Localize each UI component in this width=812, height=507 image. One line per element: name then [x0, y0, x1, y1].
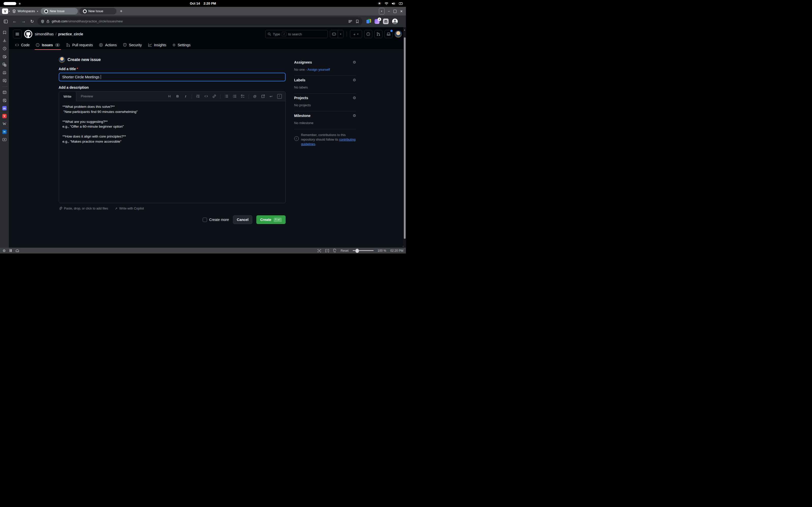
gear-icon[interactable]: ⚙	[353, 96, 356, 100]
history-panel-icon[interactable]	[2, 46, 7, 51]
notes-panel-icon[interactable]	[2, 54, 7, 59]
downloads-panel-icon[interactable]	[2, 38, 7, 43]
create-button[interactable]: Create ^ ↵	[256, 215, 285, 224]
calendar-panel-icon[interactable]	[2, 90, 7, 95]
bookmarks-panel-icon[interactable]	[2, 30, 7, 35]
italic-icon[interactable]: I	[183, 94, 188, 98]
assign-yourself-link[interactable]: Assign yourself	[308, 68, 330, 71]
brightness-icon[interactable]: ☀	[378, 1, 381, 6]
unordered-list-icon[interactable]	[224, 94, 229, 98]
issue-body-textarea[interactable]: **What problem does this solve?** "New p…	[59, 101, 285, 203]
shield-icon[interactable]	[41, 19, 44, 23]
github-logo-icon[interactable]	[24, 30, 32, 38]
browser-tab-1[interactable]: New Issue	[41, 8, 78, 14]
cancel-button[interactable]: Cancel	[233, 215, 252, 224]
url-bar[interactable]: github.com/simondilhas/practice_circle/i…	[37, 17, 362, 25]
tab-actions[interactable]: Actions	[96, 41, 119, 50]
tab-settings[interactable]: ⚙Settings	[170, 41, 193, 50]
required-asterisk: *	[76, 67, 78, 71]
gift-icon[interactable]	[383, 18, 389, 24]
github-favicon	[44, 9, 48, 13]
zoom-reset-button[interactable]: Reset	[340, 249, 348, 252]
window-close-button[interactable]: ✕	[400, 9, 403, 13]
browser-profile-avatar[interactable]	[392, 18, 398, 24]
translate-panel-icon[interactable]: A	[2, 62, 7, 67]
sessions-panel-icon[interactable]	[2, 70, 7, 75]
code-icon[interactable]	[204, 94, 208, 98]
back-icon[interactable]: ←	[11, 19, 18, 24]
scroll-up-arrow[interactable]: ▲	[403, 29, 405, 31]
issues-header-button[interactable]	[364, 30, 372, 38]
scrollbar[interactable]: ▲	[403, 27, 406, 248]
heading-icon[interactable]: H	[167, 94, 172, 98]
tab-dropdown-button[interactable]: ▾	[379, 8, 384, 14]
bookmark-icon[interactable]	[356, 19, 359, 23]
pause-animations-icon[interactable]	[10, 249, 12, 252]
tasks-panel-icon[interactable]	[2, 98, 7, 103]
vivaldi-menu-button[interactable]: V ▾	[2, 8, 10, 14]
new-tab-button[interactable]: +	[118, 9, 125, 14]
gear-icon[interactable]: ⚙	[353, 78, 356, 82]
zoom-level: 100 %	[378, 249, 386, 252]
zoom-slider-knob[interactable]	[355, 249, 359, 253]
wikipedia-panel-icon[interactable]: W	[2, 121, 7, 126]
wifi-icon[interactable]	[384, 2, 388, 5]
capture-page-icon[interactable]	[317, 249, 321, 252]
linkedin-panel-icon[interactable]: in	[2, 130, 7, 134]
github-avatar[interactable]	[395, 31, 402, 38]
create-more-checkbox[interactable]	[203, 218, 207, 222]
link-icon[interactable]	[212, 94, 216, 98]
gear-icon[interactable]: ⚙	[353, 60, 356, 65]
page-actions-icon[interactable]	[333, 249, 336, 252]
hamburger-menu-button[interactable]	[13, 30, 21, 38]
tab-issues[interactable]: Issues1	[33, 41, 63, 50]
mastodon-panel-icon[interactable]: m	[2, 106, 7, 110]
forward-icon[interactable]: →	[20, 19, 27, 24]
copilot-dropdown[interactable]: ▼	[338, 30, 343, 38]
attach-files-button[interactable]: Paste, drop, or click to add files	[59, 207, 108, 210]
bold-icon[interactable]: B	[175, 94, 180, 98]
create-more-option[interactable]: Create more	[203, 218, 229, 222]
settings-gear-icon[interactable]: ⚙	[3, 249, 6, 253]
slash-commands-icon[interactable]: /	[277, 94, 282, 99]
sync-cloud-icon[interactable]	[15, 249, 19, 252]
window-minimize-button[interactable]: −	[388, 9, 390, 13]
tab-write[interactable]: Write	[59, 92, 76, 101]
saved-replies-icon[interactable]: ↩	[269, 94, 273, 98]
scrollbar-thumb[interactable]	[404, 37, 405, 239]
search-input[interactable]: Type / to search	[265, 30, 328, 38]
workspaces-button[interactable]: Workspaces ▾	[11, 9, 39, 13]
gear-icon[interactable]: ⚙	[353, 113, 356, 118]
add-panel-icon[interactable]	[2, 137, 7, 142]
reading-list-panel-icon[interactable]	[2, 78, 7, 83]
quote-icon[interactable]	[196, 94, 200, 98]
tab-insights[interactable]: Insights	[146, 41, 169, 50]
battery-icon[interactable]	[399, 2, 403, 5]
mention-icon[interactable]: @	[253, 94, 257, 98]
volume-icon[interactable]	[392, 2, 395, 5]
create-new-button[interactable]: +▼	[350, 30, 362, 38]
pull-requests-header-button[interactable]	[374, 30, 382, 38]
cross-reference-icon[interactable]	[261, 94, 265, 98]
issue-title-input[interactable]	[59, 73, 285, 81]
panel-toggle-icon[interactable]	[3, 19, 9, 24]
tab-security[interactable]: Security	[120, 41, 145, 50]
breadcrumb-repo[interactable]: practice_circle	[58, 32, 83, 36]
reload-icon[interactable]: ↻	[29, 19, 35, 24]
docs-extension-icon[interactable]	[367, 19, 371, 24]
write-with-copilot-button[interactable]: ↗ Write with Copilot	[115, 207, 144, 210]
task-list-icon[interactable]	[240, 94, 245, 98]
window-restore-button[interactable]	[393, 10, 396, 13]
tab-code[interactable]: Code	[12, 41, 32, 50]
copilot-button[interactable]: ▼	[330, 30, 343, 38]
breadcrumb-owner[interactable]: simondilhas	[35, 32, 54, 36]
tab-pull-requests[interactable]: Pull requests	[64, 41, 95, 50]
tiling-icon[interactable]	[325, 249, 329, 252]
zoom-slider[interactable]	[353, 250, 374, 251]
browser-tab-2-active[interactable]: New Issue	[79, 8, 116, 14]
tab-preview[interactable]: Preview	[76, 92, 98, 101]
ordered-list-icon[interactable]: 123	[232, 94, 237, 98]
vivaldi-panel-icon[interactable]: V	[2, 114, 7, 118]
reader-view-icon[interactable]	[348, 20, 352, 23]
extension-icon[interactable]: 1	[375, 19, 379, 24]
